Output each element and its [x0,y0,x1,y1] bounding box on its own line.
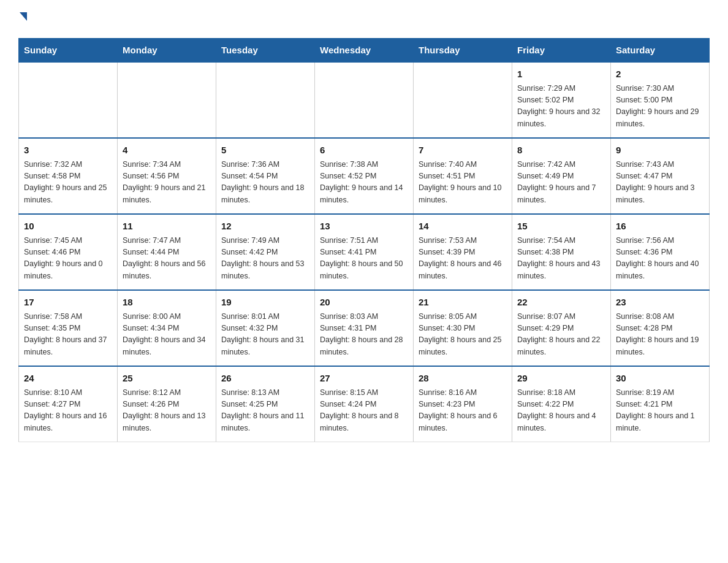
calendar-cell: 13Sunrise: 7:51 AM Sunset: 4:41 PM Dayli… [315,214,414,290]
calendar-cell: 20Sunrise: 8:03 AM Sunset: 4:31 PM Dayli… [315,290,414,366]
day-number: 10 [24,220,112,234]
day-number: 20 [320,296,408,310]
day-number: 3 [24,144,112,158]
calendar-row: 1Sunrise: 7:29 AM Sunset: 5:02 PM Daylig… [19,62,710,138]
calendar-row: 10Sunrise: 7:45 AM Sunset: 4:46 PM Dayli… [19,214,710,290]
calendar-cell: 14Sunrise: 7:53 AM Sunset: 4:39 PM Dayli… [414,214,512,290]
calendar-cell: 5Sunrise: 7:36 AM Sunset: 4:54 PM Daylig… [216,138,315,214]
day-info: Sunrise: 8:01 AM Sunset: 4:32 PM Dayligh… [221,311,309,359]
day-info: Sunrise: 8:07 AM Sunset: 4:29 PM Dayligh… [517,311,605,359]
column-header-saturday: Saturday [611,39,710,63]
calendar-row: 17Sunrise: 7:58 AM Sunset: 4:35 PM Dayli… [19,290,710,366]
calendar-cell: 6Sunrise: 7:38 AM Sunset: 4:52 PM Daylig… [315,138,414,214]
calendar-cell: 1Sunrise: 7:29 AM Sunset: 5:02 PM Daylig… [512,62,611,138]
day-number: 30 [616,372,704,386]
calendar-cell: 29Sunrise: 8:18 AM Sunset: 4:22 PM Dayli… [512,366,611,442]
day-info: Sunrise: 7:40 AM Sunset: 4:51 PM Dayligh… [419,159,507,207]
day-number: 16 [616,220,704,234]
day-number: 18 [123,296,211,310]
day-number: 14 [419,220,507,234]
calendar-cell: 19Sunrise: 8:01 AM Sunset: 4:32 PM Dayli… [216,290,315,366]
day-number: 22 [517,296,605,310]
day-info: Sunrise: 8:08 AM Sunset: 4:28 PM Dayligh… [616,311,704,359]
calendar-table: SundayMondayTuesdayWednesdayThursdayFrid… [18,38,710,442]
logo [18,12,28,32]
day-info: Sunrise: 7:29 AM Sunset: 5:02 PM Dayligh… [517,83,605,131]
day-info: Sunrise: 7:30 AM Sunset: 5:00 PM Dayligh… [616,83,704,131]
day-info: Sunrise: 7:38 AM Sunset: 4:52 PM Dayligh… [320,159,408,207]
calendar-cell: 11Sunrise: 7:47 AM Sunset: 4:44 PM Dayli… [118,214,216,290]
calendar-cell: 3Sunrise: 7:32 AM Sunset: 4:58 PM Daylig… [19,138,118,214]
calendar-cell: 18Sunrise: 8:00 AM Sunset: 4:34 PM Dayli… [118,290,216,366]
page-header [18,12,710,32]
day-info: Sunrise: 8:16 AM Sunset: 4:23 PM Dayligh… [419,387,507,435]
calendar-cell: 16Sunrise: 7:56 AM Sunset: 4:36 PM Dayli… [611,214,710,290]
calendar-cell: 17Sunrise: 7:58 AM Sunset: 4:35 PM Dayli… [19,290,118,366]
day-number: 1 [517,67,605,82]
day-number: 19 [221,296,309,310]
day-number: 21 [419,296,507,310]
day-info: Sunrise: 8:15 AM Sunset: 4:24 PM Dayligh… [320,387,408,435]
day-number: 27 [320,372,408,386]
day-number: 5 [221,144,309,158]
day-number: 29 [517,372,605,386]
calendar-cell [315,62,414,138]
calendar-cell: 10Sunrise: 7:45 AM Sunset: 4:46 PM Dayli… [19,214,118,290]
day-info: Sunrise: 7:56 AM Sunset: 4:36 PM Dayligh… [616,235,704,283]
day-number: 24 [24,372,112,386]
calendar-cell: 30Sunrise: 8:19 AM Sunset: 4:21 PM Dayli… [611,366,710,442]
calendar-row: 24Sunrise: 8:10 AM Sunset: 4:27 PM Dayli… [19,366,710,442]
day-info: Sunrise: 7:45 AM Sunset: 4:46 PM Dayligh… [24,235,112,283]
day-number: 15 [517,220,605,234]
calendar-cell: 28Sunrise: 8:16 AM Sunset: 4:23 PM Dayli… [414,366,512,442]
day-info: Sunrise: 7:53 AM Sunset: 4:39 PM Dayligh… [419,235,507,283]
day-number: 23 [616,296,704,310]
calendar-cell: 9Sunrise: 7:43 AM Sunset: 4:47 PM Daylig… [611,138,710,214]
day-info: Sunrise: 7:47 AM Sunset: 4:44 PM Dayligh… [123,235,211,283]
calendar-cell: 15Sunrise: 7:54 AM Sunset: 4:38 PM Dayli… [512,214,611,290]
calendar-cell: 24Sunrise: 8:10 AM Sunset: 4:27 PM Dayli… [19,366,118,442]
day-info: Sunrise: 7:51 AM Sunset: 4:41 PM Dayligh… [320,235,408,283]
column-header-monday: Monday [118,39,216,63]
day-info: Sunrise: 8:19 AM Sunset: 4:21 PM Dayligh… [616,387,704,435]
day-number: 17 [24,296,112,310]
day-info: Sunrise: 7:36 AM Sunset: 4:54 PM Dayligh… [221,159,309,207]
column-header-wednesday: Wednesday [315,39,414,63]
calendar-cell [118,62,216,138]
day-number: 12 [221,220,309,234]
calendar-cell: 21Sunrise: 8:05 AM Sunset: 4:30 PM Dayli… [414,290,512,366]
day-info: Sunrise: 8:03 AM Sunset: 4:31 PM Dayligh… [320,311,408,359]
calendar-cell: 12Sunrise: 7:49 AM Sunset: 4:42 PM Dayli… [216,214,315,290]
calendar-cell [216,62,315,138]
calendar-cell [19,62,118,138]
day-number: 7 [419,144,507,158]
calendar-cell [414,62,512,138]
day-number: 25 [123,372,211,386]
day-info: Sunrise: 7:34 AM Sunset: 4:56 PM Dayligh… [123,159,211,207]
calendar-cell: 8Sunrise: 7:42 AM Sunset: 4:49 PM Daylig… [512,138,611,214]
column-header-tuesday: Tuesday [216,39,315,63]
day-number: 9 [616,144,704,158]
day-info: Sunrise: 7:32 AM Sunset: 4:58 PM Dayligh… [24,159,112,207]
calendar-cell: 23Sunrise: 8:08 AM Sunset: 4:28 PM Dayli… [611,290,710,366]
day-info: Sunrise: 7:43 AM Sunset: 4:47 PM Dayligh… [616,159,704,207]
day-info: Sunrise: 8:18 AM Sunset: 4:22 PM Dayligh… [517,387,605,435]
calendar-cell: 22Sunrise: 8:07 AM Sunset: 4:29 PM Dayli… [512,290,611,366]
logo-arrow-icon [20,12,27,21]
column-header-thursday: Thursday [414,39,512,63]
day-info: Sunrise: 7:42 AM Sunset: 4:49 PM Dayligh… [517,159,605,207]
day-number: 8 [517,144,605,158]
day-number: 13 [320,220,408,234]
day-info: Sunrise: 7:49 AM Sunset: 4:42 PM Dayligh… [221,235,309,283]
calendar-row: 3Sunrise: 7:32 AM Sunset: 4:58 PM Daylig… [19,138,710,214]
calendar-cell: 26Sunrise: 8:13 AM Sunset: 4:25 PM Dayli… [216,366,315,442]
day-info: Sunrise: 8:12 AM Sunset: 4:26 PM Dayligh… [123,387,211,435]
calendar-header-row: SundayMondayTuesdayWednesdayThursdayFrid… [19,39,710,63]
day-number: 11 [123,220,211,234]
day-number: 2 [616,67,704,82]
day-number: 6 [320,144,408,158]
calendar-cell: 4Sunrise: 7:34 AM Sunset: 4:56 PM Daylig… [118,138,216,214]
day-info: Sunrise: 8:05 AM Sunset: 4:30 PM Dayligh… [419,311,507,359]
column-header-sunday: Sunday [19,39,118,63]
day-info: Sunrise: 7:58 AM Sunset: 4:35 PM Dayligh… [24,311,112,359]
